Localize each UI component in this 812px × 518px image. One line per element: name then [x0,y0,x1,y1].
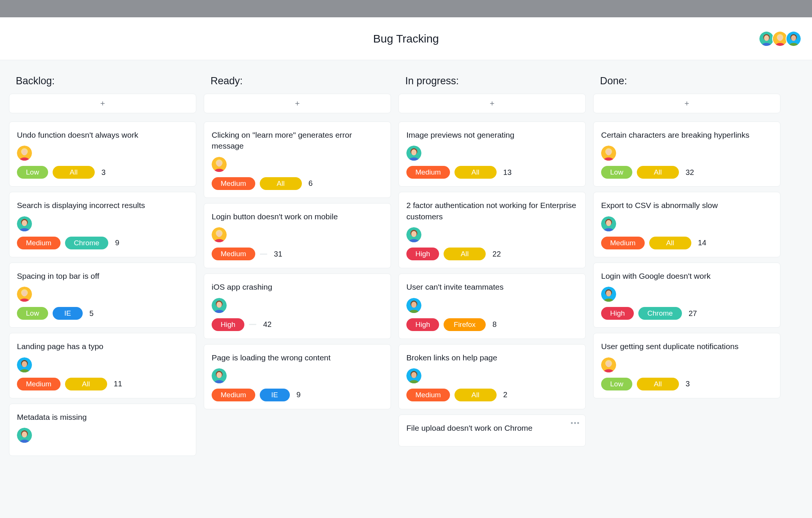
kanban-card[interactable]: User getting sent duplicate notification… [593,333,780,398]
card-count: 22 [492,250,501,258]
priority-tag[interactable]: High [406,318,439,331]
assignee-avatar[interactable] [601,146,616,161]
kanban-card[interactable]: Login button doesn't work on mobile Medi… [204,203,391,268]
column-title[interactable]: Backlog: [9,71,196,94]
assignee-avatar[interactable] [17,216,32,231]
assignee-avatar[interactable] [17,357,32,372]
kanban-card[interactable]: Clicking on "learn more" generates error… [204,122,391,198]
assignee-avatar[interactable] [212,298,227,313]
svg-point-36 [217,302,222,308]
priority-tag[interactable]: Medium [406,166,450,179]
card-meta-row: LowAll3 [601,378,773,390]
assignee-avatar[interactable] [406,146,421,161]
kanban-card[interactable]: Spacing in top bar is off LowIE5 [9,263,196,328]
assignee-avatar[interactable] [406,368,421,383]
browser-tag[interactable]: All [53,166,95,179]
kanban-card[interactable]: Export to CSV is abnormally slow MediumA… [593,192,780,257]
priority-tag[interactable]: Medium [212,177,255,190]
column-title[interactable]: In progress: [398,71,586,94]
assignee-avatar[interactable] [212,227,227,242]
add-card-button[interactable] [593,94,780,113]
assignee-avatar[interactable] [17,287,32,302]
kanban-card[interactable]: Search is displaying incorrect results M… [9,192,196,257]
browser-tag[interactable]: IE [53,307,83,320]
svg-point-64 [606,290,611,296]
kanban-card[interactable]: iOS app crashing High42 [204,273,391,339]
kanban-card[interactable]: Landing page has a typo MediumAll11 [9,333,196,398]
priority-tag[interactable]: High [601,307,634,320]
priority-tag[interactable]: Medium [601,237,645,249]
browser-tag[interactable]: All [65,378,107,390]
priority-tag[interactable]: Medium [17,237,61,249]
member-avatar[interactable] [786,31,801,47]
card-title: Broken links on help page [406,352,578,363]
assignee-avatar[interactable] [212,157,227,172]
column-title[interactable]: Done: [593,71,780,94]
card-count: 31 [274,250,282,258]
add-card-button[interactable] [204,94,391,113]
assignee-avatar[interactable] [17,146,32,161]
svg-point-67 [606,361,611,367]
card-meta-row: LowAll32 [601,166,773,179]
browser-tag[interactable]: All [454,166,497,179]
kanban-card[interactable]: Image previews not generating MediumAll1… [398,122,586,187]
priority-tag[interactable]: High [212,318,244,331]
browser-tag[interactable]: Chrome [638,307,682,320]
card-meta-row: MediumChrome9 [17,237,188,249]
board-column: Backlog:Undo function doesn't always wor… [9,71,196,461]
assignee-avatar[interactable] [406,298,421,313]
svg-point-5 [777,35,782,41]
assignee-avatar[interactable] [406,227,421,242]
project-members[interactable] [761,31,801,47]
card-count: 14 [698,238,706,247]
svg-point-33 [217,231,222,237]
browser-tag[interactable]: All [637,166,679,179]
assignee-avatar[interactable] [601,357,616,372]
assignee-avatar[interactable] [601,216,616,231]
browser-tag[interactable]: All [649,237,691,249]
svg-point-47 [411,231,417,237]
assignee-avatar[interactable] [17,428,32,443]
priority-tag[interactable]: Low [17,307,48,320]
kanban-card[interactable]: Page is loading the wrong content Medium… [204,344,391,409]
browser-tag[interactable]: Chrome [65,237,109,249]
kanban-card[interactable]: Certain characters are breaking hyperlin… [593,122,780,187]
priority-tag[interactable]: Medium [212,248,255,260]
browser-tag[interactable]: All [260,177,302,190]
add-card-button[interactable] [398,94,586,113]
assignee-avatar[interactable] [601,287,616,302]
browser-tag[interactable]: All [637,378,679,390]
card-menu-icon[interactable]: ••• [571,419,580,427]
svg-point-44 [411,149,417,155]
kanban-card[interactable]: Metadata is missing [9,404,196,456]
column-title[interactable]: Ready: [204,71,391,94]
card-meta-row: High42 [212,318,383,331]
add-card-button[interactable] [9,94,196,113]
browser-tag[interactable]: IE [260,389,290,401]
kanban-card[interactable]: 2 factor authentication not working for … [398,192,586,268]
priority-tag[interactable]: Medium [406,389,450,401]
card-title: Page is loading the wrong content [212,352,383,363]
kanban-card[interactable]: Login with Google doesn't work HighChrom… [593,263,780,328]
kanban-card[interactable]: Broken links on help page MediumAll2 [398,344,586,409]
assignee-avatar[interactable] [212,368,227,383]
priority-tag[interactable]: Low [601,378,632,390]
browser-tag[interactable]: Firefox [444,318,486,331]
svg-point-16 [22,220,27,226]
card-title: Clicking on "learn more" generates error… [212,129,383,152]
browser-tag[interactable]: All [454,389,497,401]
priority-tag[interactable]: Low [17,166,48,179]
priority-tag[interactable]: Medium [17,378,61,390]
priority-tag[interactable]: Medium [212,389,255,401]
card-count: 13 [503,168,512,177]
plus-icon [99,100,106,107]
browser-tag[interactable]: All [444,248,486,260]
kanban-card[interactable]: •••File upload doesn't work on Chrome [398,415,586,447]
card-meta-row: MediumAll2 [406,389,578,401]
priority-tag[interactable]: High [406,248,439,260]
kanban-card[interactable]: User can't invite teammates HighFirefox8 [398,273,586,339]
card-meta-row: MediumAll13 [406,166,578,179]
kanban-card[interactable]: Undo function doesn't always work LowAll… [9,122,196,187]
card-title: Export to CSV is abnormally slow [601,200,773,211]
priority-tag[interactable]: Low [601,166,632,179]
